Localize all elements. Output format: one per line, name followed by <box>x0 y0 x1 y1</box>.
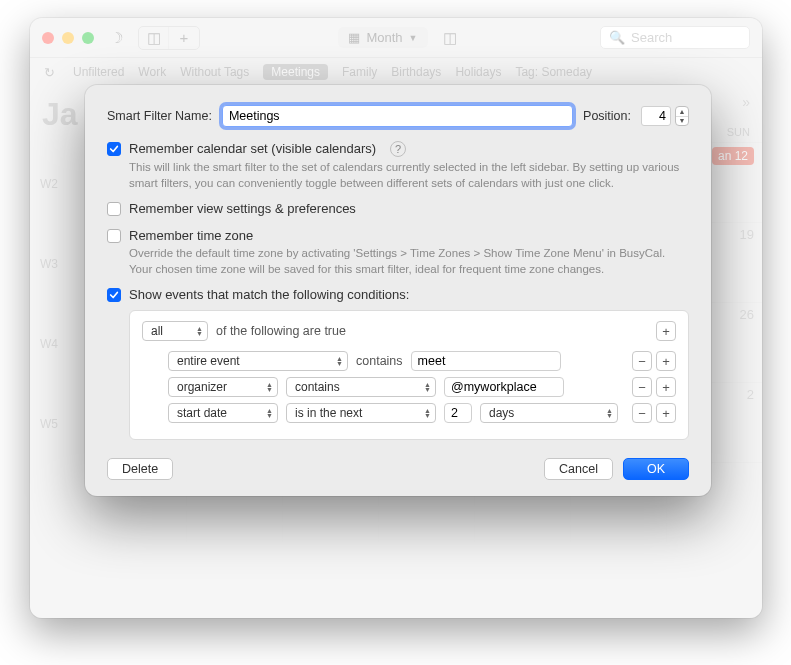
remove-condition-button[interactable]: − <box>632 377 652 397</box>
cancel-button[interactable]: Cancel <box>544 458 613 480</box>
stepper-up-icon[interactable]: ▲ <box>676 107 688 117</box>
remember-view-settings-checkbox[interactable] <box>107 202 121 216</box>
condition-operator-select[interactable]: is in the next▲▼ <box>286 403 436 423</box>
condition-value-input[interactable] <box>444 377 564 397</box>
chevrons-icon: ▲▼ <box>266 408 273 418</box>
condition-field-value: start date <box>177 406 227 420</box>
add-condition-button[interactable]: + <box>656 403 676 423</box>
chevrons-icon: ▲▼ <box>196 326 203 336</box>
add-condition-button[interactable]: + <box>656 351 676 371</box>
remember-time-zone-desc: Override the default time zone by activa… <box>129 245 689 277</box>
show-events-conditions-checkbox[interactable] <box>107 288 121 302</box>
chevrons-icon: ▲▼ <box>424 382 431 392</box>
condition-operator-select[interactable]: contains▲▼ <box>286 377 436 397</box>
condition-row: organizer▲▼contains▲▼−+ <box>168 377 676 397</box>
position-input[interactable] <box>641 106 671 126</box>
chevrons-icon: ▲▼ <box>266 382 273 392</box>
stepper-down-icon[interactable]: ▼ <box>676 117 688 126</box>
condition-row: start date▲▼is in the next▲▼days▲▼−+ <box>168 403 676 423</box>
filter-name-label: Smart Filter Name: <box>107 109 212 123</box>
condition-operator-value: is in the next <box>295 406 362 420</box>
condition-unit-value: days <box>489 406 514 420</box>
condition-row: entire event▲▼contains−+ <box>168 351 676 371</box>
delete-button[interactable]: Delete <box>107 458 173 480</box>
remember-calendar-set-desc: This will link the smart filter to the s… <box>129 159 689 191</box>
condition-field-value: entire event <box>177 354 240 368</box>
compound-scope-value: all <box>151 324 163 338</box>
predicate-editor: all ▲▼ of the following are true + entir… <box>129 310 689 440</box>
condition-field-select[interactable]: organizer▲▼ <box>168 377 278 397</box>
remove-condition-button[interactable]: − <box>632 351 652 371</box>
condition-field-value: organizer <box>177 380 227 394</box>
condition-field-select[interactable]: start date▲▼ <box>168 403 278 423</box>
condition-field-select[interactable]: entire event▲▼ <box>168 351 348 371</box>
condition-number-input[interactable] <box>444 403 472 423</box>
help-icon[interactable]: ? <box>390 141 406 157</box>
condition-unit-select[interactable]: days▲▼ <box>480 403 618 423</box>
remove-condition-button[interactable]: − <box>632 403 652 423</box>
remember-time-zone-label: Remember time zone <box>129 228 253 243</box>
condition-value-input[interactable] <box>411 351 561 371</box>
remember-time-zone-checkbox[interactable] <box>107 229 121 243</box>
show-events-conditions-label: Show events that match the following con… <box>129 287 409 302</box>
chevrons-icon: ▲▼ <box>424 408 431 418</box>
add-condition-button[interactable]: + <box>656 321 676 341</box>
position-label: Position: <box>583 109 631 123</box>
remember-view-settings-label: Remember view settings & preferences <box>129 201 356 216</box>
add-condition-button[interactable]: + <box>656 377 676 397</box>
smart-filter-dialog: Smart Filter Name: Position: ▲ ▼ Remembe… <box>85 85 711 496</box>
filter-name-input[interactable] <box>222 105 573 127</box>
condition-operator-value: contains <box>295 380 340 394</box>
chevrons-icon: ▲▼ <box>606 408 613 418</box>
condition-operator-text: contains <box>356 354 403 368</box>
ok-button[interactable]: OK <box>623 458 689 480</box>
compound-suffix: of the following are true <box>216 324 346 338</box>
chevrons-icon: ▲▼ <box>336 356 343 366</box>
compound-scope-select[interactable]: all ▲▼ <box>142 321 208 341</box>
remember-calendar-set-checkbox[interactable] <box>107 142 121 156</box>
remember-calendar-set-label: Remember calendar set (visible calendars… <box>129 141 376 156</box>
position-stepper[interactable]: ▲ ▼ <box>675 106 689 126</box>
